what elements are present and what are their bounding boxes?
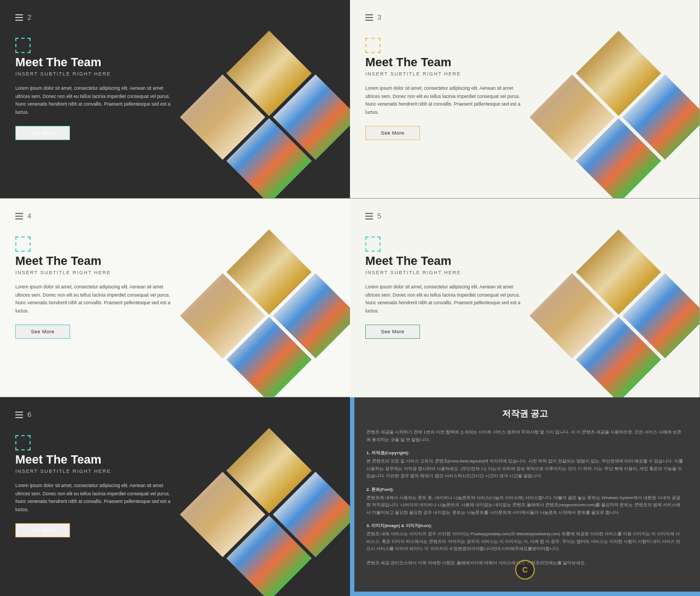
slide-4-see-more-button[interactable]: See More — [15, 325, 70, 339]
slide-6-subtitle: insert subtitle right here — [15, 468, 175, 474]
slide-3-body: Lorem ipsum dolor sit amet, consectetur … — [365, 84, 525, 116]
slide-4-title: Meet The Team — [15, 254, 175, 268]
slide-6-see-more-button[interactable]: See More — [15, 523, 70, 537]
slide-number-6: 6 — [15, 410, 335, 419]
copyright-section-1-title: 1. 저작권(Copyright): — [366, 450, 684, 456]
title-bracket-4 — [15, 236, 31, 252]
slide-2-body: Lorem ipsum dolor sit amet, consectetur … — [15, 84, 175, 116]
slide-number-3: 3 — [365, 13, 684, 21]
slide-5-subtitle: Insert subtitle right here — [365, 270, 525, 275]
slide-4-body: Lorem ipsum dolor sit amet, consectetur … — [15, 283, 175, 315]
slide-3-see-more-button[interactable]: See More — [365, 126, 420, 140]
copyright-section-1-text: 본 콘텐츠의 모든 및 서비스 고유의 콘텐츠(icons,fonts,layo… — [366, 458, 684, 480]
blue-accent-bottom — [350, 592, 700, 596]
copyright-section-1: 1. 저작권(Copyright): 본 콘텐츠의 모든 및 서비스 고유의 콘… — [366, 450, 684, 480]
copyright-section-3-title: 3. 이미지(Image) & 이미지(Icon): — [366, 523, 684, 529]
slide-3-title: Meet The Team — [365, 55, 525, 70]
slide-6: 6 Meet The Team insert subtitle right he… — [0, 397, 350, 596]
title-bracket-2 — [15, 38, 31, 53]
title-bracket-6 — [15, 435, 31, 450]
slide-5-see-more-button[interactable]: See More — [365, 325, 420, 339]
slide-5: 5 Meet The Team Insert subtitle right he… — [350, 199, 700, 397]
slide-number-2: 2 — [15, 13, 335, 21]
title-bracket-3 — [365, 38, 381, 53]
title-bracket-5 — [365, 236, 381, 252]
slide-5-content: Meet The Team Insert subtitle right here… — [365, 231, 525, 397]
copyright-intro: 콘텐츠 세금을 시작하기 전에 1번의 이번 협력에 소개되는 사이트 서비스 … — [366, 429, 684, 443]
slide-4-collage — [187, 236, 350, 397]
slide-2-title: Meet The Team — [15, 55, 175, 70]
copyright-slide: 저작권 공고 콘텐츠 세금을 시작하기 전에 1번의 이번 협력에 소개되는 사… — [350, 397, 700, 596]
copyright-section-2-text: 콘텐츠에 내에서 사용되는 폰트 중, 네이버나 나눔폰트와 서비스(나눔의 서… — [366, 494, 684, 517]
slide-2-see-more-button[interactable]: See More — [15, 126, 70, 140]
slide-2-collage — [187, 38, 350, 199]
slide-3-subtitle: insert subtitle right here — [365, 71, 525, 77]
blue-accent-left — [350, 397, 354, 596]
slide-6-content: Meet The Team insert subtitle right here… — [15, 430, 175, 596]
slide-4-subtitle: insert subtitle right here — [15, 270, 175, 275]
copyright-section-3-text: 콘텐츠 내에 서비스는 이미지의 경우 이러한 이미지는 Pixaboy(pix… — [366, 530, 684, 553]
slide-3: 3 Meet The Team insert subtitle right he… — [350, 0, 700, 199]
menu-icon-4 — [15, 213, 23, 219]
c-logo: C — [515, 560, 535, 580]
slide-number-4: 4 — [15, 212, 335, 220]
slide-5-body: Lorem ipsum dolor sit amet, consectetur … — [365, 283, 525, 315]
slide-4-content: Meet The Team insert subtitle right here… — [15, 231, 175, 397]
slide-2-content: Meet The Team insert subtitle right here… — [15, 32, 175, 199]
slide-2: 2 Meet The Team insert subtitle right he… — [0, 0, 350, 199]
slide-6-body: Lorem ipsum dolor sit amet, consectetur … — [15, 482, 175, 513]
slide-5-title: Meet The Team — [365, 254, 525, 268]
slide-number-5: 5 — [365, 212, 684, 220]
slide-3-content: Meet The Team insert subtitle right here… — [365, 32, 525, 199]
copyright-section-2-title: 2. 폰트(Font): — [366, 487, 684, 493]
menu-icon-6 — [15, 412, 23, 418]
slide-6-title: Meet The Team — [15, 453, 175, 467]
slide-4: 4 Meet The Team insert subtitle right he… — [0, 199, 350, 397]
menu-icon-5 — [365, 213, 373, 219]
slide-6-collage — [187, 435, 350, 596]
copyright-section-2: 2. 폰트(Font): 콘텐츠에 내에서 사용되는 폰트 중, 네이버나 나눔… — [366, 487, 684, 517]
menu-icon-3 — [365, 14, 373, 21]
slide-5-collage — [536, 236, 700, 397]
copyright-section-3: 3. 이미지(Image) & 이미지(Icon): 콘텐츠 내에 서비스는 이… — [366, 523, 684, 553]
copyright-title: 저작권 공고 — [366, 408, 684, 420]
slide-2-subtitle: insert subtitle right here — [15, 71, 175, 77]
menu-icon-2 — [15, 14, 23, 21]
slide-3-collage — [536, 38, 700, 199]
